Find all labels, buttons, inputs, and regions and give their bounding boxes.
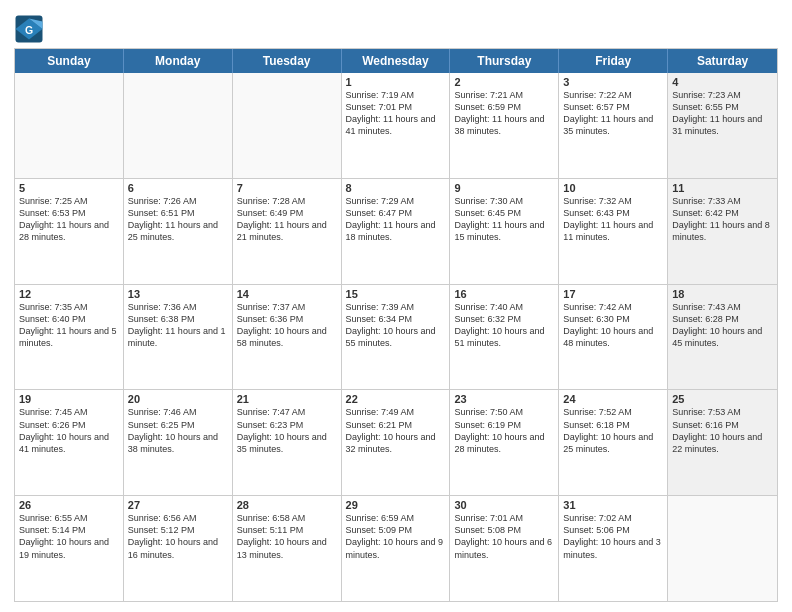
calendar-header-cell: Thursday bbox=[450, 49, 559, 73]
day-details: Sunrise: 7:52 AM Sunset: 6:18 PM Dayligh… bbox=[563, 406, 663, 455]
calendar-day-cell bbox=[124, 73, 233, 178]
day-number: 25 bbox=[672, 393, 773, 405]
day-details: Sunrise: 7:36 AM Sunset: 6:38 PM Dayligh… bbox=[128, 301, 228, 350]
svg-text:G: G bbox=[25, 24, 33, 36]
day-number: 9 bbox=[454, 182, 554, 194]
day-number: 1 bbox=[346, 76, 446, 88]
day-details: Sunrise: 7:01 AM Sunset: 5:08 PM Dayligh… bbox=[454, 512, 554, 561]
day-number: 13 bbox=[128, 288, 228, 300]
calendar-day-cell: 13Sunrise: 7:36 AM Sunset: 6:38 PM Dayli… bbox=[124, 285, 233, 390]
calendar-day-cell: 17Sunrise: 7:42 AM Sunset: 6:30 PM Dayli… bbox=[559, 285, 668, 390]
day-details: Sunrise: 7:19 AM Sunset: 7:01 PM Dayligh… bbox=[346, 89, 446, 138]
calendar-day-cell: 18Sunrise: 7:43 AM Sunset: 6:28 PM Dayli… bbox=[668, 285, 777, 390]
calendar-day-cell: 16Sunrise: 7:40 AM Sunset: 6:32 PM Dayli… bbox=[450, 285, 559, 390]
calendar-header-cell: Friday bbox=[559, 49, 668, 73]
day-number: 20 bbox=[128, 393, 228, 405]
calendar-day-cell: 30Sunrise: 7:01 AM Sunset: 5:08 PM Dayli… bbox=[450, 496, 559, 601]
calendar-day-cell: 31Sunrise: 7:02 AM Sunset: 5:06 PM Dayli… bbox=[559, 496, 668, 601]
day-number: 15 bbox=[346, 288, 446, 300]
day-details: Sunrise: 7:21 AM Sunset: 6:59 PM Dayligh… bbox=[454, 89, 554, 138]
header: G bbox=[14, 10, 778, 44]
calendar-day-cell: 27Sunrise: 6:56 AM Sunset: 5:12 PM Dayli… bbox=[124, 496, 233, 601]
logo: G bbox=[14, 14, 48, 44]
calendar-day-cell: 14Sunrise: 7:37 AM Sunset: 6:36 PM Dayli… bbox=[233, 285, 342, 390]
day-details: Sunrise: 6:56 AM Sunset: 5:12 PM Dayligh… bbox=[128, 512, 228, 561]
day-details: Sunrise: 6:58 AM Sunset: 5:11 PM Dayligh… bbox=[237, 512, 337, 561]
day-number: 12 bbox=[19, 288, 119, 300]
calendar-header-cell: Tuesday bbox=[233, 49, 342, 73]
day-details: Sunrise: 7:25 AM Sunset: 6:53 PM Dayligh… bbox=[19, 195, 119, 244]
calendar-day-cell: 20Sunrise: 7:46 AM Sunset: 6:25 PM Dayli… bbox=[124, 390, 233, 495]
calendar-day-cell: 22Sunrise: 7:49 AM Sunset: 6:21 PM Dayli… bbox=[342, 390, 451, 495]
calendar-day-cell bbox=[233, 73, 342, 178]
calendar-day-cell: 23Sunrise: 7:50 AM Sunset: 6:19 PM Dayli… bbox=[450, 390, 559, 495]
calendar-day-cell: 5Sunrise: 7:25 AM Sunset: 6:53 PM Daylig… bbox=[15, 179, 124, 284]
calendar-day-cell: 2Sunrise: 7:21 AM Sunset: 6:59 PM Daylig… bbox=[450, 73, 559, 178]
day-details: Sunrise: 7:43 AM Sunset: 6:28 PM Dayligh… bbox=[672, 301, 773, 350]
calendar-day-cell: 25Sunrise: 7:53 AM Sunset: 6:16 PM Dayli… bbox=[668, 390, 777, 495]
calendar-day-cell: 21Sunrise: 7:47 AM Sunset: 6:23 PM Dayli… bbox=[233, 390, 342, 495]
day-details: Sunrise: 7:45 AM Sunset: 6:26 PM Dayligh… bbox=[19, 406, 119, 455]
calendar-header-cell: Saturday bbox=[668, 49, 777, 73]
day-number: 26 bbox=[19, 499, 119, 511]
day-number: 30 bbox=[454, 499, 554, 511]
calendar-day-cell: 6Sunrise: 7:26 AM Sunset: 6:51 PM Daylig… bbox=[124, 179, 233, 284]
calendar-week-row: 1Sunrise: 7:19 AM Sunset: 7:01 PM Daylig… bbox=[15, 73, 777, 179]
calendar-header-cell: Sunday bbox=[15, 49, 124, 73]
day-number: 3 bbox=[563, 76, 663, 88]
calendar-week-row: 26Sunrise: 6:55 AM Sunset: 5:14 PM Dayli… bbox=[15, 496, 777, 601]
day-number: 2 bbox=[454, 76, 554, 88]
day-details: Sunrise: 7:46 AM Sunset: 6:25 PM Dayligh… bbox=[128, 406, 228, 455]
calendar-week-row: 12Sunrise: 7:35 AM Sunset: 6:40 PM Dayli… bbox=[15, 285, 777, 391]
day-number: 16 bbox=[454, 288, 554, 300]
day-number: 18 bbox=[672, 288, 773, 300]
calendar-day-cell: 26Sunrise: 6:55 AM Sunset: 5:14 PM Dayli… bbox=[15, 496, 124, 601]
day-number: 23 bbox=[454, 393, 554, 405]
day-number: 14 bbox=[237, 288, 337, 300]
day-number: 21 bbox=[237, 393, 337, 405]
calendar-day-cell bbox=[15, 73, 124, 178]
calendar-day-cell: 24Sunrise: 7:52 AM Sunset: 6:18 PM Dayli… bbox=[559, 390, 668, 495]
day-details: Sunrise: 7:22 AM Sunset: 6:57 PM Dayligh… bbox=[563, 89, 663, 138]
day-details: Sunrise: 7:49 AM Sunset: 6:21 PM Dayligh… bbox=[346, 406, 446, 455]
calendar-week-row: 19Sunrise: 7:45 AM Sunset: 6:26 PM Dayli… bbox=[15, 390, 777, 496]
day-number: 19 bbox=[19, 393, 119, 405]
calendar-header-cell: Wednesday bbox=[342, 49, 451, 73]
calendar-header-row: SundayMondayTuesdayWednesdayThursdayFrid… bbox=[15, 49, 777, 73]
day-details: Sunrise: 7:40 AM Sunset: 6:32 PM Dayligh… bbox=[454, 301, 554, 350]
day-details: Sunrise: 7:37 AM Sunset: 6:36 PM Dayligh… bbox=[237, 301, 337, 350]
calendar: SundayMondayTuesdayWednesdayThursdayFrid… bbox=[14, 48, 778, 602]
calendar-day-cell: 4Sunrise: 7:23 AM Sunset: 6:55 PM Daylig… bbox=[668, 73, 777, 178]
calendar-day-cell bbox=[668, 496, 777, 601]
day-details: Sunrise: 7:02 AM Sunset: 5:06 PM Dayligh… bbox=[563, 512, 663, 561]
logo-icon: G bbox=[14, 14, 44, 44]
day-details: Sunrise: 7:33 AM Sunset: 6:42 PM Dayligh… bbox=[672, 195, 773, 244]
day-details: Sunrise: 7:42 AM Sunset: 6:30 PM Dayligh… bbox=[563, 301, 663, 350]
calendar-header-cell: Monday bbox=[124, 49, 233, 73]
calendar-day-cell: 15Sunrise: 7:39 AM Sunset: 6:34 PM Dayli… bbox=[342, 285, 451, 390]
calendar-day-cell: 28Sunrise: 6:58 AM Sunset: 5:11 PM Dayli… bbox=[233, 496, 342, 601]
calendar-week-row: 5Sunrise: 7:25 AM Sunset: 6:53 PM Daylig… bbox=[15, 179, 777, 285]
day-details: Sunrise: 7:23 AM Sunset: 6:55 PM Dayligh… bbox=[672, 89, 773, 138]
day-details: Sunrise: 7:39 AM Sunset: 6:34 PM Dayligh… bbox=[346, 301, 446, 350]
day-details: Sunrise: 6:59 AM Sunset: 5:09 PM Dayligh… bbox=[346, 512, 446, 561]
calendar-body: 1Sunrise: 7:19 AM Sunset: 7:01 PM Daylig… bbox=[15, 73, 777, 601]
day-number: 8 bbox=[346, 182, 446, 194]
day-details: Sunrise: 7:53 AM Sunset: 6:16 PM Dayligh… bbox=[672, 406, 773, 455]
day-number: 27 bbox=[128, 499, 228, 511]
calendar-day-cell: 7Sunrise: 7:28 AM Sunset: 6:49 PM Daylig… bbox=[233, 179, 342, 284]
day-number: 28 bbox=[237, 499, 337, 511]
calendar-day-cell: 19Sunrise: 7:45 AM Sunset: 6:26 PM Dayli… bbox=[15, 390, 124, 495]
calendar-day-cell: 8Sunrise: 7:29 AM Sunset: 6:47 PM Daylig… bbox=[342, 179, 451, 284]
day-number: 6 bbox=[128, 182, 228, 194]
page: G SundayMondayTuesdayWednesdayThursdayFr… bbox=[0, 0, 792, 612]
day-number: 17 bbox=[563, 288, 663, 300]
day-details: Sunrise: 6:55 AM Sunset: 5:14 PM Dayligh… bbox=[19, 512, 119, 561]
calendar-day-cell: 3Sunrise: 7:22 AM Sunset: 6:57 PM Daylig… bbox=[559, 73, 668, 178]
day-details: Sunrise: 7:30 AM Sunset: 6:45 PM Dayligh… bbox=[454, 195, 554, 244]
day-number: 29 bbox=[346, 499, 446, 511]
day-number: 7 bbox=[237, 182, 337, 194]
day-number: 5 bbox=[19, 182, 119, 194]
day-details: Sunrise: 7:26 AM Sunset: 6:51 PM Dayligh… bbox=[128, 195, 228, 244]
calendar-day-cell: 12Sunrise: 7:35 AM Sunset: 6:40 PM Dayli… bbox=[15, 285, 124, 390]
